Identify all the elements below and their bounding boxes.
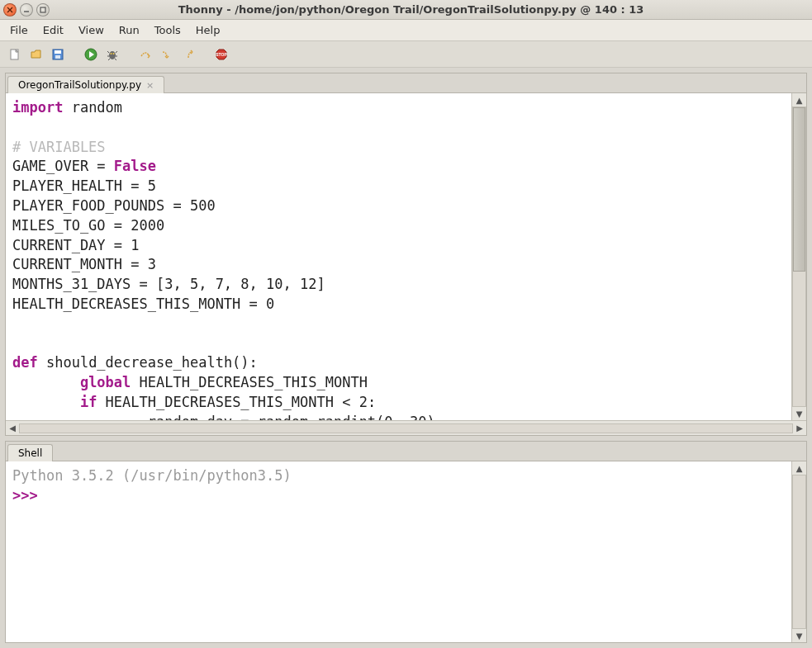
- menu-run[interactable]: Run: [112, 21, 146, 39]
- menu-edit[interactable]: Edit: [36, 21, 70, 39]
- shell-output[interactable]: Python 3.5.2 (/usr/bin/python3.5) >>>: [6, 461, 791, 642]
- shell-tabs: Shell: [6, 442, 806, 461]
- shell-panel: Shell Python 3.5.2 (/usr/bin/python3.5) …: [5, 441, 807, 643]
- menubar: File Edit View Run Tools Help: [0, 20, 812, 41]
- shell-banner: Python 3.5.2 (/usr/bin/python3.5): [12, 467, 292, 484]
- menu-view[interactable]: View: [72, 21, 111, 39]
- window-buttons: [3, 3, 50, 17]
- scroll-thumb[interactable]: [793, 107, 805, 272]
- svg-point-7: [111, 53, 112, 54]
- svg-rect-0: [40, 7, 45, 12]
- toolbar: STOP: [0, 41, 812, 68]
- save-file-icon[interactable]: [50, 46, 66, 63]
- svg-text:STOP: STOP: [216, 52, 227, 57]
- step-out-icon[interactable]: [180, 46, 197, 63]
- horizontal-scrollbar[interactable]: ◀ ▶: [6, 420, 806, 435]
- open-file-icon[interactable]: [28, 46, 45, 63]
- scroll-down-icon[interactable]: ▼: [792, 629, 806, 642]
- editor-tabs: OregonTrailSolutionpy.py ×: [6, 73, 806, 93]
- tab-shell[interactable]: Shell: [7, 444, 53, 461]
- scroll-up-icon[interactable]: ▲: [792, 461, 806, 475]
- step-over-icon[interactable]: [137, 46, 154, 63]
- tab-oregontrail[interactable]: OregonTrailSolutionpy.py ×: [7, 76, 164, 93]
- step-into-icon[interactable]: [159, 46, 175, 63]
- minimize-icon[interactable]: [20, 3, 33, 17]
- svg-point-6: [109, 51, 116, 59]
- stop-icon[interactable]: STOP: [213, 46, 230, 63]
- menu-help[interactable]: Help: [189, 21, 227, 39]
- scroll-left-icon[interactable]: ◀: [6, 422, 19, 435]
- svg-point-8: [113, 53, 115, 54]
- tab-label: Shell: [18, 447, 42, 459]
- menu-tools[interactable]: Tools: [148, 21, 188, 39]
- shell-prompt: >>>: [12, 487, 38, 504]
- scroll-right-icon[interactable]: ▶: [793, 422, 806, 435]
- scroll-down-icon[interactable]: ▼: [792, 407, 806, 420]
- maximize-icon[interactable]: [36, 3, 50, 17]
- debug-icon[interactable]: [104, 46, 121, 63]
- menu-file[interactable]: File: [3, 21, 35, 39]
- editor-panel: OregonTrailSolutionpy.py × import random…: [5, 73, 807, 436]
- close-icon[interactable]: [3, 3, 17, 17]
- run-icon[interactable]: [83, 46, 99, 63]
- vertical-scrollbar[interactable]: ▲ ▼: [791, 461, 806, 642]
- code-editor[interactable]: import random # VARIABLES GAME_OVER = Fa…: [6, 93, 791, 420]
- titlebar: Thonny - /home/jon/python/Oregon Trail/O…: [0, 0, 812, 20]
- svg-rect-3: [55, 50, 61, 54]
- new-file-icon[interactable]: [7, 46, 23, 63]
- workspace: OregonTrailSolutionpy.py × import random…: [0, 68, 812, 648]
- window-title: Thonny - /home/jon/python/Oregon Trail/O…: [58, 3, 764, 16]
- svg-rect-4: [55, 55, 60, 59]
- scroll-up-icon[interactable]: ▲: [792, 93, 806, 106]
- close-icon[interactable]: ×: [146, 80, 154, 91]
- tab-label: OregonTrailSolutionpy.py: [18, 79, 141, 91]
- vertical-scrollbar[interactable]: ▲ ▼: [791, 93, 806, 420]
